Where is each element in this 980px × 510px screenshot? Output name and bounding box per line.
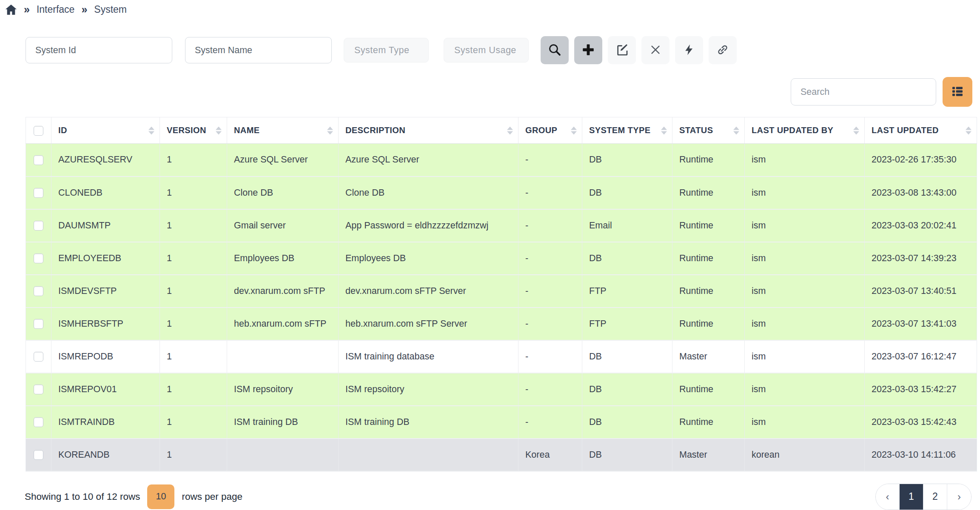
cell-id: DAUMSMTP — [51, 209, 160, 242]
cell-last-updated: 2023-03-10 14:11:06 — [865, 439, 977, 471]
cell-group: - — [518, 340, 582, 373]
add-button[interactable] — [574, 36, 602, 64]
cell-description: Azure SQL Server — [339, 144, 518, 177]
breadcrumb: » Interface » System — [0, 0, 980, 16]
table-row[interactable]: CLONEDB 1 Clone DB Clone DB - DB Runtime… — [26, 177, 977, 209]
cell-status: Runtime — [672, 373, 745, 406]
cell-version: 1 — [160, 439, 227, 471]
systems-table: ID VERSION NAME DESCRIPTION GROUP SYSTEM… — [26, 117, 977, 472]
toolbar — [541, 36, 737, 64]
page-size-button[interactable]: 10 — [147, 484, 174, 509]
cell-last-updated-by: ism — [745, 373, 865, 406]
column-header[interactable]: STATUS — [672, 117, 745, 144]
system-id-input[interactable] — [26, 37, 172, 63]
cell-last-updated: 2023-03-03 15:42:43 — [865, 406, 977, 439]
system-type-select[interactable]: System Type — [344, 38, 429, 63]
select-all-header — [26, 117, 51, 144]
cell-id: CLONEDB — [51, 177, 160, 209]
rows-per-page-text: rows per page — [182, 491, 242, 502]
sort-icon — [148, 126, 154, 134]
system-type-placeholder: System Type — [354, 45, 409, 56]
cell-system-type: DB — [582, 144, 672, 177]
table-header-row: ID VERSION NAME DESCRIPTION GROUP SYSTEM… — [26, 117, 977, 144]
column-header[interactable]: NAME — [227, 117, 339, 144]
page-1-button[interactable]: 1 — [900, 484, 923, 510]
prev-page-button[interactable]: ‹ — [876, 484, 900, 510]
cell-last-updated: 2023-03-07 13:40:51 — [865, 275, 977, 308]
row-checkbox[interactable] — [34, 221, 43, 231]
table-row[interactable]: ISMREPODB 1 ISM training database - DB M… — [26, 340, 977, 373]
column-header[interactable]: VERSION — [160, 117, 227, 144]
columns-toggle-button[interactable] — [943, 77, 972, 107]
select-all-checkbox[interactable] — [34, 126, 43, 136]
next-page-button[interactable]: › — [947, 484, 971, 510]
row-checkbox[interactable] — [34, 286, 43, 296]
row-checkbox[interactable] — [34, 385, 43, 394]
cell-system-type: FTP — [582, 275, 672, 308]
cell-system-type: DB — [582, 439, 672, 471]
column-header[interactable]: GROUP — [518, 117, 582, 144]
cell-last-updated-by: ism — [745, 275, 865, 308]
breadcrumb-system[interactable]: System — [94, 4, 127, 15]
cell-name: ISM training DB — [227, 406, 339, 439]
cell-system-type: Email — [582, 209, 672, 242]
row-checkbox[interactable] — [34, 188, 43, 198]
row-checkbox[interactable] — [34, 254, 43, 263]
cell-last-updated-by: ism — [745, 340, 865, 373]
cell-status: Runtime — [672, 144, 745, 177]
table-row[interactable]: ISMDEVSFTP 1 dev.xnarum.com sFTP dev.xna… — [26, 275, 977, 308]
cell-status: Master — [672, 439, 745, 471]
cell-system-type: DB — [582, 242, 672, 275]
cell-last-updated: 2023-03-08 13:43:00 — [865, 177, 977, 209]
cell-version: 1 — [160, 275, 227, 308]
cell-name — [227, 340, 339, 373]
cell-system-type: FTP — [582, 308, 672, 340]
row-checkbox[interactable] — [34, 417, 43, 427]
row-checkbox[interactable] — [34, 352, 43, 362]
column-header[interactable]: DESCRIPTION — [339, 117, 518, 144]
table-row[interactable]: ISMHERBSFTP 1 heb.xnarum.com sFTP heb.xn… — [26, 308, 977, 340]
breadcrumb-interface[interactable]: Interface — [37, 4, 75, 15]
column-header[interactable]: LAST UPDATED BY — [745, 117, 865, 144]
table-search-input[interactable] — [791, 78, 936, 105]
cell-version: 1 — [160, 177, 227, 209]
execute-button[interactable] — [675, 36, 703, 64]
home-icon[interactable] — [5, 4, 17, 15]
cell-name: Employees DB — [227, 242, 339, 275]
system-usage-select[interactable]: System Usage — [444, 38, 529, 63]
cell-last-updated-by: ism — [745, 177, 865, 209]
search-button[interactable] — [541, 36, 569, 64]
cell-id: EMPLOYEEDB — [51, 242, 160, 275]
cell-system-type: DB — [582, 177, 672, 209]
system-name-input[interactable] — [185, 37, 332, 63]
cell-name: dev.xnarum.com sFTP — [227, 275, 339, 308]
table-footer: Showing 1 to 10 of 12 rows 10 rows per p… — [25, 484, 971, 510]
link-button[interactable] — [709, 36, 737, 64]
table-row[interactable]: DAUMSMTP 1 Gmail server App Password = e… — [26, 209, 977, 242]
cell-status: Runtime — [672, 308, 745, 340]
row-checkbox[interactable] — [34, 155, 43, 165]
table-row[interactable]: AZURESQLSERV 1 Azure SQL Server Azure SQ… — [26, 144, 977, 177]
table-row[interactable]: EMPLOYEEDB 1 Employees DB Employees DB -… — [26, 242, 977, 275]
close-button[interactable] — [641, 36, 669, 64]
column-header[interactable]: SYSTEM TYPE — [582, 117, 672, 144]
sort-icon — [733, 126, 739, 134]
table-row[interactable]: KOREANDB 1 Korea DB Master korean 2023-0… — [26, 439, 977, 471]
row-checkbox[interactable] — [34, 450, 43, 460]
cell-last-updated: 2023-03-03 15:42:27 — [865, 373, 977, 406]
table-row[interactable]: ISMTRAINDB 1 ISM training DB ISM trainin… — [26, 406, 977, 439]
cell-name: heb.xnarum.com sFTP — [227, 308, 339, 340]
column-header[interactable]: ID — [51, 117, 160, 144]
cell-last-updated-by: korean — [745, 439, 865, 471]
link-chain-icon — [716, 43, 729, 57]
cell-name: Azure SQL Server — [227, 144, 339, 177]
table-row[interactable]: ISMREPOV01 1 ISM repsoitory ISM repsoito… — [26, 373, 977, 406]
edit-button[interactable] — [608, 36, 636, 64]
column-header[interactable]: LAST UPDATED — [865, 117, 977, 144]
page-2-button[interactable]: 2 — [923, 484, 947, 510]
lightning-bolt-icon — [683, 43, 695, 57]
row-checkbox[interactable] — [34, 319, 43, 329]
cell-status: Runtime — [672, 275, 745, 308]
cell-last-updated-by: ism — [745, 209, 865, 242]
cell-status: Runtime — [672, 209, 745, 242]
